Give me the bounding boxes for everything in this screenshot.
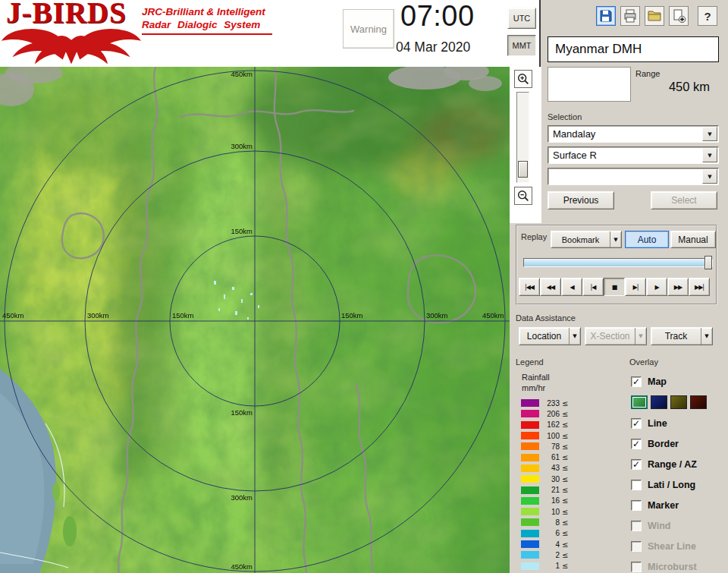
legend-section-label: Legend: [516, 357, 544, 367]
extra-dropdown[interactable]: ▼: [548, 168, 719, 185]
legend-color-swatch: [521, 421, 539, 429]
less-equal-sign: ≤: [562, 442, 568, 451]
folder-icon: [647, 8, 662, 24]
legend-value: 4: [539, 540, 560, 549]
overlay-item-marker[interactable]: Marker: [631, 495, 726, 515]
checkbox-map[interactable]: ✓: [631, 376, 642, 387]
legend-row: 100≤: [521, 430, 591, 441]
legend-value: 100: [539, 432, 560, 440]
manual-mode-button[interactable]: Manual: [670, 231, 716, 248]
less-equal-sign: ≤: [562, 518, 568, 527]
x-section-button[interactable]: X-Section▼: [585, 327, 647, 345]
less-equal-sign: ≤: [562, 432, 568, 440]
less-equal-sign: ≤: [562, 475, 568, 483]
map-style-swatch-green[interactable]: [631, 395, 648, 409]
chevron-down-icon[interactable]: ▼: [702, 148, 717, 162]
playback-jump-start-button[interactable]: |◀◀: [519, 278, 540, 296]
replay-panel: Replay Bookmark ▼ Auto Manual |◀◀◀◀◀|◀■▶…: [516, 225, 717, 305]
eagle-logo-icon: [2, 26, 141, 67]
overlay-item-label: Wind: [648, 521, 670, 531]
data-assistance-buttons: Location▼X-Section▼Track▼: [519, 327, 714, 345]
map-style-swatch-maroon[interactable]: [690, 395, 707, 409]
playback-fast-rewind-button[interactable]: ◀◀: [540, 278, 561, 296]
location-label: Location: [519, 331, 569, 342]
ring-label: 150km: [172, 311, 194, 320]
save-button[interactable]: [596, 6, 616, 26]
overlay-item-lati-long[interactable]: Lati / Long: [631, 474, 726, 495]
less-equal-sign: ≤: [562, 562, 568, 570]
jbirds-app: { "icons": { "dropdown": "▼", "check": "…: [0, 0, 728, 573]
auto-mode-button[interactable]: Auto: [625, 231, 669, 248]
overlay-item-range-az[interactable]: ✓Range / AZ: [631, 454, 726, 474]
less-equal-sign: ≤: [562, 399, 568, 408]
checkbox-microburst[interactable]: [631, 562, 642, 572]
zoom-out-button[interactable]: [514, 187, 532, 205]
product-dropdown[interactable]: Surface R ▼: [548, 146, 719, 164]
utc-button[interactable]: UTC: [507, 8, 536, 29]
legend-row: 16≤: [521, 496, 591, 506]
playback-play-button[interactable]: ▶: [646, 278, 667, 296]
legend-row: 43≤: [521, 463, 591, 474]
checkbox-lati-long[interactable]: [631, 480, 642, 490]
playback-previous-frame-button[interactable]: |◀: [582, 278, 604, 296]
overlay-item-line[interactable]: ✓Line: [631, 413, 726, 433]
less-equal-sign: ≤: [562, 540, 568, 549]
slider-thumb[interactable]: [704, 256, 712, 269]
legend-value: 21: [539, 486, 560, 494]
legend-color-swatch: [521, 486, 539, 494]
select-button[interactable]: Select: [651, 191, 717, 209]
radar-map[interactable]: 450km 300km 150km 150km 300km 450km 450k…: [0, 67, 510, 573]
legend-value: 1: [539, 562, 560, 570]
clock-time: 07:00: [400, 0, 475, 33]
x-section-label: X-Section: [585, 331, 635, 342]
overlay-item-wind[interactable]: Wind: [631, 515, 726, 536]
overlay-section-label: Overlay: [629, 357, 658, 367]
logo-underline: [142, 33, 272, 35]
zoom-in-button[interactable]: [514, 70, 532, 88]
zoom-slider-thumb[interactable]: [518, 161, 528, 178]
chevron-down-icon: ▼: [569, 328, 580, 345]
overlay-item-microburst[interactable]: Microburst: [631, 556, 726, 573]
location-button[interactable]: Location▼: [519, 327, 581, 345]
checkbox-shear-line[interactable]: [631, 541, 642, 552]
mmt-button[interactable]: MMT: [507, 35, 536, 56]
chevron-down-icon[interactable]: ▼: [702, 127, 717, 141]
overlay-item-border[interactable]: ✓Border: [631, 433, 726, 454]
bookmark-button[interactable]: Bookmark ▼: [551, 231, 622, 248]
previous-button[interactable]: Previous: [548, 191, 614, 209]
open-folder-button[interactable]: [645, 6, 664, 26]
playback-stop-button[interactable]: ■: [604, 278, 625, 296]
replay-timeline-slider[interactable]: [523, 258, 713, 267]
rainfall-legend: 233≤206≤162≤100≤78≤61≤43≤30≤21≤16≤10≤8≤6…: [521, 398, 591, 571]
legend-value: 233: [539, 399, 560, 408]
checkbox-range-az[interactable]: ✓: [631, 459, 642, 470]
warning-indicator[interactable]: Warning: [343, 9, 394, 49]
legend-value: 6: [539, 529, 560, 537]
playback-step-back-button[interactable]: ◀: [561, 278, 582, 296]
checkbox-border[interactable]: ✓: [631, 439, 642, 449]
checkbox-line[interactable]: ✓: [631, 418, 642, 429]
legend-color-swatch: [521, 399, 539, 407]
playback-jump-end-button[interactable]: ▶▶|: [689, 278, 710, 296]
playback-fast-forward-button[interactable]: ▶▶: [667, 278, 689, 296]
overlay-item-shear-line[interactable]: Shear Line: [631, 536, 726, 556]
print-button[interactable]: [620, 6, 640, 26]
checkbox-marker[interactable]: [631, 500, 642, 511]
overlay-item-map[interactable]: ✓Map: [631, 371, 726, 392]
legend-color-swatch: [521, 518, 539, 526]
export-button[interactable]: [669, 6, 689, 26]
checkbox-wind[interactable]: [631, 521, 642, 531]
overlay-item-label: Range / AZ: [648, 459, 697, 470]
legend-value: 78: [539, 442, 560, 451]
track-button[interactable]: Track▼: [651, 327, 713, 345]
chevron-down-icon[interactable]: ▼: [610, 231, 621, 247]
help-button[interactable]: ?: [698, 6, 717, 26]
chevron-down-icon[interactable]: ▼: [702, 169, 717, 184]
map-style-swatch-olive[interactable]: [670, 395, 687, 409]
playback-next-frame-button[interactable]: ▶|: [625, 278, 646, 296]
zoom-slider-track[interactable]: [516, 92, 529, 183]
floppy-disk-icon: [598, 8, 613, 24]
map-style-swatch-navy[interactable]: [651, 395, 667, 409]
site-dropdown[interactable]: Mandalay ▼: [548, 125, 719, 143]
overlay-item-label: Lati / Long: [648, 480, 695, 490]
